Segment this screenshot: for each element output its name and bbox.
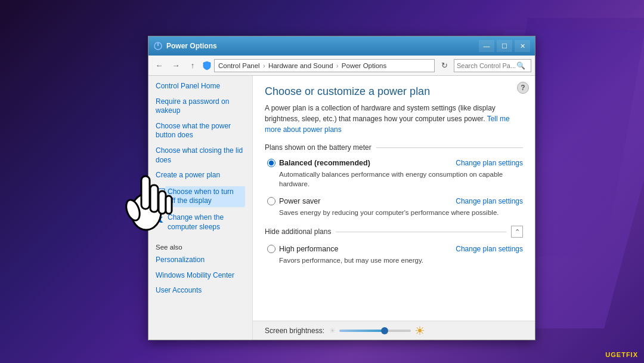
hide-additional-plans-header: Hide additional plans ⌃: [265, 226, 523, 238]
up-button[interactable]: ↑: [185, 59, 200, 73]
search-icon: 🔍: [516, 61, 525, 70]
page-title: Choose or customize a power plan: [265, 85, 523, 98]
sidebar-item-create-plan[interactable]: Create a power plan: [156, 171, 245, 180]
content-panel: ? Choose or customize a power plan A pow…: [253, 76, 535, 340]
high-performance-plan: High performance Change plan settings Fa…: [265, 245, 523, 265]
close-button[interactable]: ✕: [515, 40, 530, 52]
sidebar-item-personalization[interactable]: Personalization: [156, 256, 245, 265]
brightness-thumb: [381, 327, 388, 334]
window-title: Power Options: [166, 42, 479, 50]
balanced-plan-radio[interactable]: [267, 159, 275, 167]
search-input[interactable]: [457, 62, 516, 69]
balanced-plan-row: Balanced (recommended) Change plan setti…: [267, 159, 523, 167]
address-bar: ← → ↑ Control Panel › Hardware and Sound…: [148, 56, 535, 76]
shield-icon: [202, 61, 212, 70]
plans-shown-label: Plans shown on the battery meter: [265, 143, 371, 152]
balanced-plan-name: Balanced (recommended): [279, 159, 370, 167]
hide-additional-plans-label: Hide additional plans: [265, 227, 331, 236]
balanced-plan-desc: Automatically balances performance with …: [279, 170, 523, 189]
sidebar-item-user-accounts[interactable]: User Accounts: [156, 286, 245, 296]
power-options-window: Power Options — ☐ ✕ ← → ↑ Control Panel …: [148, 36, 535, 340]
sidebar-item-password-wakeup[interactable]: Require a password on wakeup: [156, 97, 245, 116]
high-performance-plan-desc: Favors performance, but may use more ene…: [279, 256, 523, 265]
brightness-slider-container: ☀ ☀: [329, 324, 425, 338]
section-divider: [376, 147, 523, 148]
sidebar: Control Panel Home Require a password on…: [148, 76, 253, 340]
sun-large-icon: ☀: [414, 324, 425, 338]
sidebar-item-sleep[interactable]: Change when the computer sleeps: [168, 213, 245, 232]
sidebar-item-control-panel-home[interactable]: Control Panel Home: [156, 82, 245, 91]
balanced-plan-name-row: Balanced (recommended): [267, 159, 370, 167]
high-performance-plan-name-row: High performance: [267, 245, 338, 253]
main-content: Control Panel Home Require a password on…: [148, 76, 535, 340]
watermark-suffix: FIX: [626, 351, 638, 358]
brightness-label: Screen brightness:: [265, 327, 324, 335]
sidebar-item-power-button[interactable]: Choose what the power button does: [156, 122, 245, 140]
sidebar-item-lid-close[interactable]: Choose what closing the lid does: [156, 146, 245, 165]
window-controls: — ☐ ✕: [479, 40, 530, 52]
brightness-bar: Screen brightness: ☀ ☀: [253, 321, 535, 340]
collapse-additional-plans-button[interactable]: ⌃: [511, 226, 523, 238]
forward-button[interactable]: →: [169, 59, 183, 73]
page-desc-text: A power plan is a collection of hardware…: [265, 104, 496, 123]
watermark: UGETFIX: [605, 351, 638, 358]
chevron-up-icon: ⌃: [515, 228, 520, 236]
window-icon: [153, 41, 163, 51]
high-performance-plan-radio[interactable]: [267, 245, 275, 253]
maximize-button[interactable]: ☐: [497, 40, 512, 52]
sleep-icon: [156, 214, 165, 224]
high-performance-plan-row: High performance Change plan settings: [267, 245, 523, 253]
svg-point-10: [123, 198, 142, 223]
back-button[interactable]: ←: [152, 59, 166, 73]
sun-small-icon: ☀: [329, 327, 336, 335]
balanced-plan: Balanced (recommended) Change plan setti…: [265, 159, 523, 189]
brightness-slider[interactable]: [339, 330, 411, 332]
title-bar: Power Options — ☐ ✕: [148, 36, 535, 56]
power-saver-plan-desc: Saves energy by reducing your computer's…: [279, 208, 523, 217]
power-saver-plan-name-row: Power saver: [267, 197, 320, 205]
minimize-button[interactable]: —: [479, 40, 494, 52]
breadcrumb[interactable]: Control Panel › Hardware and Sound › Pow…: [214, 59, 435, 72]
power-saver-plan-row: Power saver Change plan settings: [267, 197, 523, 205]
sidebar-item-mobility-center[interactable]: Windows Mobility Center: [156, 271, 245, 281]
high-performance-plan-name: High performance: [279, 245, 338, 253]
plans-shown-section-header: Plans shown on the battery meter: [265, 143, 523, 152]
high-performance-plan-change-link[interactable]: Change plan settings: [456, 245, 523, 253]
hide-plans-divider: [336, 232, 506, 232]
svg-rect-2: [156, 189, 165, 195]
power-saver-plan-change-link[interactable]: Change plan settings: [456, 197, 523, 205]
see-also-title: See also: [156, 244, 245, 251]
help-button[interactable]: ?: [517, 82, 529, 94]
display-icon: [156, 187, 165, 197]
power-saver-plan-name: Power saver: [279, 197, 320, 205]
sidebar-item-turn-off-display[interactable]: Choose when to turn off the display: [165, 186, 245, 207]
search-box[interactable]: 🔍: [454, 59, 531, 72]
power-saver-plan: Power saver Change plan settings Saves e…: [265, 197, 523, 217]
breadcrumb-text: Control Panel › Hardware and Sound › Pow…: [218, 62, 386, 69]
page-description: A power plan is a collection of hardware…: [265, 103, 523, 135]
power-saver-plan-radio[interactable]: [267, 197, 275, 205]
refresh-button[interactable]: ↻: [437, 59, 451, 73]
watermark-prefix: UGET: [605, 351, 626, 358]
balanced-plan-change-link[interactable]: Change plan settings: [456, 159, 523, 167]
